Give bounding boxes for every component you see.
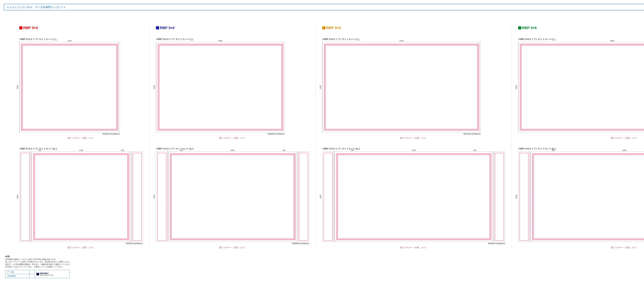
panel-main <box>32 152 131 242</box>
variant-no-side-3x4: <RBP 3×4タイプ> サイドカバーなし 3000 2260 W3000×H2… <box>156 38 309 139</box>
fastener-note: 面ファスナー（※面：メス） <box>19 246 143 249</box>
dim-left: 2260 <box>515 195 518 199</box>
dim-top: 345 4480 345 <box>518 149 644 151</box>
fastener-note: 面ファスナー（※面：メス） <box>518 246 644 249</box>
panel-main <box>530 152 644 242</box>
footer-table: データ名 BERUBEY Signs & Display Factory ご担当… <box>5 270 70 278</box>
fastener-note: 面ファスナー（※面：メス） <box>518 137 644 139</box>
note-line: ①印刷後の色味は、モニター表示と若干異なる場合があります。 <box>5 258 186 261</box>
stitch-line <box>30 152 31 242</box>
section-title-text: RBP 3×6 <box>522 26 537 30</box>
size-note: W2950×H2260mm <box>126 242 143 245</box>
stitch-line <box>131 152 132 242</box>
flap-right <box>494 152 505 242</box>
logo-icon <box>36 273 39 275</box>
flap-left <box>518 152 530 242</box>
square-icon <box>322 26 325 29</box>
stitch-line <box>493 152 494 242</box>
panel-diagram: 2260 2260 W2260×H2260mm <box>19 42 120 132</box>
panel-diagram: 3740 2260 W3740×H2260mm <box>322 42 481 132</box>
dim-top: 345 2260 345 <box>19 149 143 151</box>
section-title-text: RBP 3×5 <box>326 26 341 30</box>
column-3x5: RBP 3×5 <RBP 3×5タイプ> サイドカバーなし 3740 2260 … <box>316 26 512 249</box>
fastener-note: 面ファスナー（※面：メス） <box>156 246 309 249</box>
header-title: らくらくバックパネル データ作成用テンプレート <box>7 6 66 9</box>
section-title-3x3: RBP 3×3 <box>19 26 143 30</box>
size-note: W3740×H2260mm <box>464 133 481 135</box>
section-title-3x6: RBP 3×6 <box>518 26 644 30</box>
cell-contact-value <box>29 274 35 278</box>
flap-left <box>156 152 168 242</box>
stitch-line <box>297 152 298 242</box>
flap-right <box>298 152 309 242</box>
size-note: W3000×H2260mm <box>268 133 285 135</box>
stitch-line <box>167 152 168 242</box>
fastener-note: 面ファスナー（※面：メス） <box>156 137 309 139</box>
variant-with-side-3x4: <RBP 3×4タイプ> サイドカバーあり 345 3000 345 2260 … <box>156 147 309 249</box>
stitch-line <box>333 152 334 242</box>
section-title-text: RBP 3×4 <box>160 26 174 30</box>
dim-left: 2260 <box>153 195 155 199</box>
fastener-note: 面ファスナー（※面：メス） <box>322 246 505 249</box>
dim-top: 2260 <box>19 40 120 42</box>
flap-left <box>322 152 334 242</box>
header-bar: らくらくバックパネル データ作成用テンプレート RLBP-00 <box>4 4 644 10</box>
panel-diagram: 345 3740 345 2260 W4430×H2260mm <box>322 152 505 242</box>
variant-with-side-3x5: <RBP 3×5タイプ> サイドカバーあり 345 3740 345 2260 … <box>322 147 505 249</box>
size-note: W3690×H2260mm <box>292 242 309 245</box>
section-title-3x4: RBP 3×4 <box>156 26 309 30</box>
logo-subtext: Signs & Display Factory <box>40 274 54 276</box>
panel-main <box>518 42 644 132</box>
dim-left: 2260 <box>16 195 18 199</box>
variant-no-side-3x5: <RBP 3×5タイプ> サイドカバーなし 3740 2260 W3740×H2… <box>322 38 505 139</box>
panel-main <box>168 152 297 242</box>
cell-logo: BERUBEY Signs & Display Factory <box>35 270 70 278</box>
panel-main <box>156 42 285 132</box>
table-row: データ名 BERUBEY Signs & Display Factory <box>5 270 70 274</box>
panel-main <box>322 42 481 132</box>
flap-left <box>19 152 31 242</box>
panel-main <box>334 152 493 242</box>
column-3x6: RBP 3×6 <RBP 3×6タイプ> サイドカバーなし 4480 2260 … <box>512 26 644 249</box>
dim-left: 2260 <box>153 85 155 89</box>
square-icon <box>518 26 521 29</box>
cell-data-name-label: データ名 <box>5 270 29 274</box>
panel-diagram: 3000 2260 W3000×H2260mm <box>156 42 285 132</box>
dim-left: 2260 <box>515 85 518 89</box>
notes-lines: ①印刷後の色味は、モニター表示と若干異なる場合があります。 ②このテンプレートは… <box>5 258 186 268</box>
variant-with-side-3x6: <RBP 3×6タイプ> サイドカバーあり 345 4480 345 2260 … <box>518 147 644 249</box>
variant-with-side-3x3: <RBP 3×3タイプ> サイドカバーあり 345 2260 345 2260 … <box>19 147 143 249</box>
column-3x4: RBP 3×4 <RBP 3×4タイプ> サイドカバーなし 3000 2260 … <box>150 26 316 249</box>
note-line: ②このテンプレートは実寸で作成されています。拡大縮小せずにご使用ください。 <box>5 260 186 263</box>
notes-heading: ■注意 <box>5 255 186 258</box>
note-line: ③文字・ロゴ等の重要な要素は、塗り足し・縫製位置を避けて配置してください。 <box>5 263 186 266</box>
dim-left: 2260 <box>16 85 18 89</box>
cell-data-name-value <box>29 270 35 274</box>
section-title-text: RBP 3×3 <box>23 26 38 30</box>
flap-right <box>132 152 143 242</box>
columns-container: RBP 3×3 <RBP 3×3タイプ> サイドカバーなし 2260 2260 … <box>13 26 644 249</box>
square-icon <box>156 26 159 29</box>
fastener-note: 面ファスナー（※面：メス） <box>322 137 505 139</box>
column-3x3: RBP 3×3 <RBP 3×3タイプ> サイドカバーなし 2260 2260 … <box>13 26 150 249</box>
note-line: ④入稿データはアウトライン化し、不要なレイヤーは削除してください。 <box>5 266 186 268</box>
dim-left: 2260 <box>320 195 322 199</box>
vendor-logo: BERUBEY Signs & Display Factory <box>36 272 54 276</box>
dim-top: 3000 <box>156 40 285 42</box>
dim-top: 345 3000 345 <box>156 149 309 151</box>
logo-text: BERUBEY <box>40 272 48 274</box>
cell-contact-label: ご担当者名： <box>5 274 29 278</box>
panel-main <box>19 42 120 132</box>
panel-diagram: 345 3000 345 2260 W3690×H2260mm <box>156 152 309 242</box>
panel-diagram: 4480 2260 W4480×H2260mm <box>518 42 644 132</box>
section-title-3x5: RBP 3×5 <box>322 26 505 30</box>
stitch-line <box>529 152 530 242</box>
variant-no-side-3x3: <RBP 3×3タイプ> サイドカバーなし 2260 2260 W2260×H2… <box>19 38 143 139</box>
panel-diagram: 345 2260 345 2260 W2950×H2260mm <box>19 152 143 242</box>
dim-left: 2260 <box>320 85 322 89</box>
dim-top: 345 3740 345 <box>322 149 505 151</box>
fastener-note: 面ファスナー（※面：メス） <box>19 137 143 139</box>
variant-no-side-3x6: <RBP 3×6タイプ> サイドカバーなし 4480 2260 W4480×H2… <box>518 38 644 139</box>
footer: ■注意 ①印刷後の色味は、モニター表示と若干異なる場合があります。 ②このテンプ… <box>5 255 186 278</box>
size-note: W2260×H2260mm <box>102 133 120 135</box>
